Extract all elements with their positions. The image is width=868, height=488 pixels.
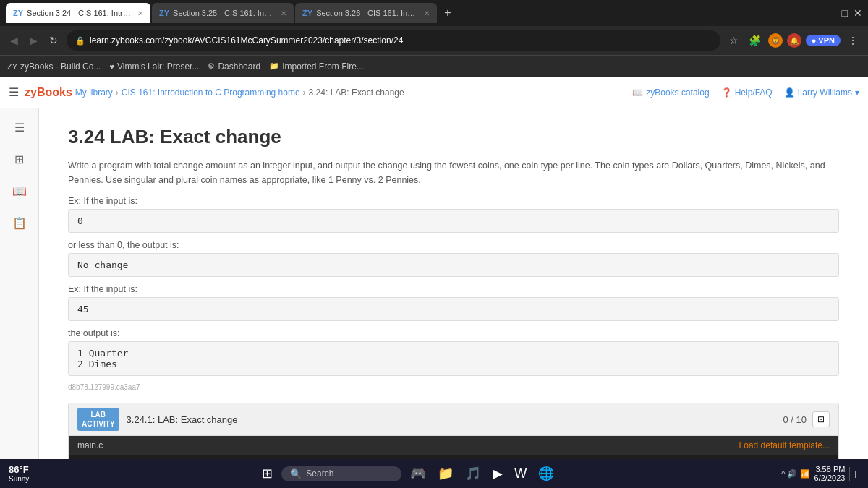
taskbar-app-1[interactable]: 🎮 (407, 463, 429, 484)
maximize-icon[interactable]: □ (842, 7, 848, 19)
lab-badge: LAB ACTIVITY (77, 408, 119, 431)
taskbar-center: ⊞ 🔍 🎮 📁 🎵 ▶ W 🌐 (41, 463, 775, 484)
lab-title: 3.24.1: LAB: Exact change (127, 414, 783, 425)
sidebar-icon-grid[interactable]: ⊞ (7, 146, 33, 172)
example1-output-box: No change (68, 253, 839, 277)
taskbar-search[interactable]: 🔍 (281, 466, 401, 481)
zybooks-bookmark-icon: ZY (7, 62, 17, 71)
bookmark-imported-label: Imported From Fire... (282, 61, 364, 72)
breadcrumb: My library › CIS 161: Introduction to C … (75, 87, 404, 98)
breadcrumb-sep-1: › (116, 87, 119, 98)
tab-3-label: Section 3.26 - CIS 161: Introduction to (316, 9, 417, 17)
taskbar-app-5[interactable]: W (511, 463, 529, 484)
address-input[interactable] (90, 35, 712, 46)
lab-badge-line2: ACTIVITY (82, 419, 115, 429)
tab-2-close[interactable]: ✕ (281, 9, 286, 17)
imported-bookmark-icon: 📁 (269, 61, 279, 71)
main-layout: ☰ ⊞ 📖 📋 ＋ 3.24 LAB: Exact change Write a… (0, 108, 868, 488)
help-icon: ❓ (721, 87, 732, 98)
bookmark-dashboard-label: Dashboard (218, 61, 260, 72)
notification-icon[interactable]: 🔔 (787, 33, 801, 48)
lab-activity-bar: LAB ACTIVITY 3.24.1: LAB: Exact change 0… (68, 403, 839, 436)
content-area: 3.24 LAB: Exact change Write a program w… (39, 108, 868, 488)
breadcrumb-course[interactable]: CIS 161: Introduction to C Programming h… (122, 87, 300, 98)
user-menu[interactable]: 👤 Larry Williams ▾ (784, 87, 859, 98)
tab-bar: ZY Section 3.24 - CIS 161: Introductic ✕… (0, 0, 868, 26)
sidebar-icon-notes[interactable]: 📋 (7, 210, 33, 236)
vpn-badge[interactable]: ● VPN (806, 35, 841, 46)
taskbar-right: ^ 🔊 📶 3:58 PM 6/2/2023 | (781, 465, 859, 482)
weather-condition: Sunny (9, 475, 29, 483)
taskbar: 86°F Sunny ⊞ 🔍 🎮 📁 🎵 ▶ W 🌐 ^ 🔊 📶 3:58 PM… (0, 459, 868, 488)
tab-3-icon: ZY (302, 9, 312, 17)
forward-button[interactable]: ▶ (27, 32, 41, 49)
tab-2[interactable]: ZY Section 3.25 - CIS 161: Introduction … (152, 3, 294, 23)
reload-button[interactable]: ↻ (46, 32, 61, 49)
zybooks-logo: zyBooks (25, 86, 72, 99)
example2-output-label: the output is: (68, 328, 839, 338)
vimm-bookmark-icon: ♥ (109, 62, 114, 71)
page-title: 3.24 LAB: Exact change (68, 126, 839, 148)
bookmark-dashboard[interactable]: ⚙ Dashboard (208, 61, 260, 72)
header-right: 📖 zyBooks catalog ❓ Help/FAQ 👤 Larry Wil… (632, 87, 859, 98)
user-chevron-icon: ▾ (855, 87, 859, 98)
tab-1[interactable]: ZY Section 3.24 - CIS 161: Introductic ✕ (6, 3, 150, 23)
editor-header: main.c Load default template... (69, 436, 838, 455)
sidebar-icon-toc[interactable]: ☰ (7, 114, 33, 140)
tab-2-label: Section 3.25 - CIS 161: Introduction to (173, 9, 274, 17)
weather-temp: 86°F (9, 464, 29, 475)
load-template-link[interactable]: Load default template... (739, 440, 830, 450)
bookmark-vimm[interactable]: ♥ Vimm's Lair: Preser... (109, 61, 199, 72)
tab-2-icon: ZY (159, 9, 169, 17)
example1-label: Ex: If the input is: (68, 196, 839, 206)
example1-input-box: 0 (68, 209, 839, 233)
lab-score: 0 / 10 (783, 414, 807, 425)
profile-avatar[interactable]: 🦁 (768, 33, 783, 48)
search-icon: 🔍 (290, 468, 302, 479)
catalog-label: zyBooks catalog (646, 87, 709, 98)
taskbar-app-4[interactable]: ▶ (490, 463, 506, 484)
sidebar-toggle-button[interactable]: ☰ (9, 85, 19, 99)
bookmark-imported[interactable]: 📁 Imported From Fire... (269, 61, 364, 72)
catalog-icon: 📖 (632, 87, 643, 98)
page-description: Write a program with total change amount… (68, 158, 839, 187)
breadcrumb-sep-2: › (303, 87, 306, 98)
close-icon[interactable]: ✕ (854, 7, 862, 19)
breadcrumb-mylibrary[interactable]: My library (75, 87, 113, 98)
address-bar: 🔒 (67, 30, 720, 51)
system-tray-icons: ^ 🔊 📶 (781, 469, 809, 479)
dashboard-bookmark-icon: ⚙ (208, 61, 215, 71)
lab-expand-button[interactable]: ⊡ (812, 411, 830, 427)
bookmark-star-button[interactable]: ☆ (726, 32, 741, 49)
bookmark-zybooks[interactable]: ZY zyBooks - Build Co... (7, 61, 101, 72)
sidebar: ☰ ⊞ 📖 📋 ＋ (0, 108, 39, 488)
profile-icon-content: 🦁 (771, 37, 780, 45)
taskbar-app-3[interactable]: 🎵 (462, 463, 484, 484)
windows-start-button[interactable]: ⊞ (259, 463, 276, 484)
tab-3-close[interactable]: ✕ (424, 9, 430, 17)
taskbar-app-6[interactable]: 🌐 (535, 463, 557, 484)
nav-actions: ☆ 🧩 🦁 🔔 ● VPN ⋮ (726, 32, 861, 49)
tab-1-close[interactable]: ✕ (137, 9, 143, 17)
extensions-button[interactable]: 🧩 (746, 32, 764, 49)
tab-1-icon: ZY (13, 9, 23, 17)
help-label: Help/FAQ (735, 87, 773, 98)
taskbar-app-2[interactable]: 📁 (435, 463, 456, 484)
sidebar-icon-book[interactable]: 📖 (7, 178, 33, 204)
example1-or-label: or less than 0, the output is: (68, 240, 839, 250)
tab-3[interactable]: ZY Section 3.26 - CIS 161: Introduction … (295, 3, 437, 23)
bookmark-vimm-label: Vimm's Lair: Preser... (117, 61, 199, 72)
new-tab-button[interactable]: + (438, 7, 456, 20)
nav-bar: ◀ ▶ ↻ 🔒 ☆ 🧩 🦁 🔔 ● VPN ⋮ (0, 26, 868, 55)
menu-button[interactable]: ⋮ (845, 32, 861, 49)
editor-filename: main.c (77, 440, 103, 450)
minimize-icon[interactable]: — (826, 7, 836, 19)
bookmark-zybooks-label: zyBooks - Build Co... (20, 61, 101, 72)
help-faq-link[interactable]: ❓ Help/FAQ (721, 87, 773, 98)
lab-badge-line1: LAB (82, 410, 115, 419)
zybooks-catalog-link[interactable]: 📖 zyBooks catalog (632, 87, 709, 98)
taskbar-search-input[interactable] (306, 468, 393, 479)
show-desktop-button[interactable]: | (849, 467, 859, 481)
back-button[interactable]: ◀ (7, 32, 21, 49)
user-name: Larry Williams (798, 87, 852, 98)
